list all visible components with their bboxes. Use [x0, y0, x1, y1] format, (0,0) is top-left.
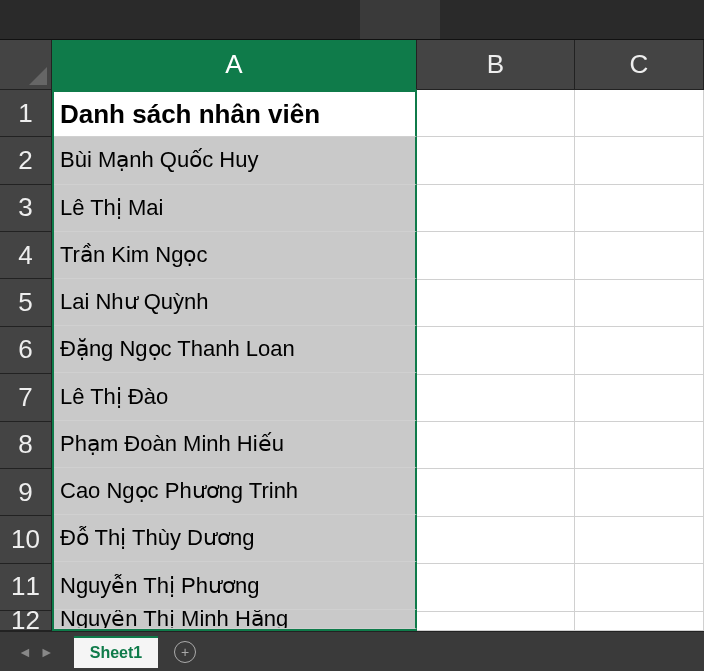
row-header-8[interactable]: 8	[0, 422, 52, 469]
cell-c7[interactable]	[575, 375, 704, 422]
cell-b12[interactable]	[417, 612, 575, 631]
cell-b5[interactable]	[417, 280, 575, 327]
spreadsheet-area: A B C 123456789101112 Danh sách nhân viê…	[0, 40, 704, 631]
select-all-corner[interactable]	[0, 40, 52, 90]
cell-c10[interactable]	[575, 517, 704, 564]
row-header-4[interactable]: 4	[0, 232, 52, 279]
column-b	[417, 90, 575, 631]
cell-a2[interactable]: Bùi Mạnh Quốc Huy	[52, 137, 417, 184]
row-header-5[interactable]: 5	[0, 279, 52, 326]
cell-b3[interactable]	[417, 185, 575, 232]
cell-b4[interactable]	[417, 232, 575, 279]
cell-c3[interactable]	[575, 185, 704, 232]
cell-b6[interactable]	[417, 327, 575, 374]
cell-a12[interactable]: Nguyễn Thị Minh Hằng	[52, 610, 417, 629]
cell-a5[interactable]: Lai Như Quỳnh	[52, 279, 417, 326]
cell-c5[interactable]	[575, 280, 704, 327]
cell-a9[interactable]: Cao Ngọc Phương Trinh	[52, 468, 417, 515]
cell-b8[interactable]	[417, 422, 575, 469]
cell-b7[interactable]	[417, 375, 575, 422]
column-header-b[interactable]: B	[417, 40, 575, 90]
sheet-tab-bar: ◄ ► Sheet1 +	[0, 631, 704, 671]
row-header-11[interactable]: 11	[0, 564, 52, 611]
cell-b10[interactable]	[417, 517, 575, 564]
column-headers: A B C	[52, 40, 704, 90]
cell-a10[interactable]: Đỗ Thị Thùy Dương	[52, 515, 417, 562]
cell-c8[interactable]	[575, 422, 704, 469]
column-header-a[interactable]: A	[52, 40, 417, 90]
row-header-9[interactable]: 9	[0, 469, 52, 516]
row-header-6[interactable]: 6	[0, 327, 52, 374]
ribbon-bar	[0, 0, 704, 40]
cell-a11[interactable]: Nguyễn Thị Phương	[52, 562, 417, 609]
sheet-tab-active[interactable]: Sheet1	[74, 636, 158, 668]
cell-c2[interactable]	[575, 137, 704, 184]
row-headers: 123456789101112	[0, 90, 52, 631]
cell-b1[interactable]	[417, 90, 575, 137]
cell-a3[interactable]: Lê Thị Mai	[52, 185, 417, 232]
prev-sheet-icon[interactable]: ◄	[18, 644, 32, 660]
cells-grid: Danh sách nhân viên Bùi Mạnh Quốc Huy Lê…	[52, 90, 704, 631]
cell-a6[interactable]: Đặng Ngọc Thanh Loan	[52, 326, 417, 373]
cell-b9[interactable]	[417, 469, 575, 516]
row-header-10[interactable]: 10	[0, 516, 52, 563]
cell-b2[interactable]	[417, 137, 575, 184]
cell-c1[interactable]	[575, 90, 704, 137]
ribbon-spacer	[0, 0, 360, 39]
column-header-c[interactable]: C	[575, 40, 704, 90]
sheet-nav: ◄ ►	[8, 644, 64, 660]
row-header-12[interactable]: 12	[0, 611, 52, 631]
cell-c6[interactable]	[575, 327, 704, 374]
cell-c11[interactable]	[575, 564, 704, 611]
cell-c4[interactable]	[575, 232, 704, 279]
add-sheet-icon[interactable]: +	[174, 641, 196, 663]
selection-border	[52, 90, 54, 631]
column-c	[575, 90, 704, 631]
cell-c12[interactable]	[575, 612, 704, 631]
next-sheet-icon[interactable]: ►	[40, 644, 54, 660]
row-header-7[interactable]: 7	[0, 374, 52, 421]
column-a: Danh sách nhân viên Bùi Mạnh Quốc Huy Lê…	[52, 90, 417, 631]
cell-a8[interactable]: Phạm Đoàn Minh Hiếu	[52, 421, 417, 468]
row-header-1[interactable]: 1	[0, 90, 52, 137]
cell-a4[interactable]: Trần Kim Ngọc	[52, 232, 417, 279]
row-header-3[interactable]: 3	[0, 185, 52, 232]
ribbon-group	[360, 0, 440, 39]
cell-a7[interactable]: Lê Thị Đào	[52, 373, 417, 420]
cell-b11[interactable]	[417, 564, 575, 611]
cell-c9[interactable]	[575, 469, 704, 516]
row-header-2[interactable]: 2	[0, 137, 52, 184]
cell-a1[interactable]: Danh sách nhân viên	[52, 90, 417, 137]
